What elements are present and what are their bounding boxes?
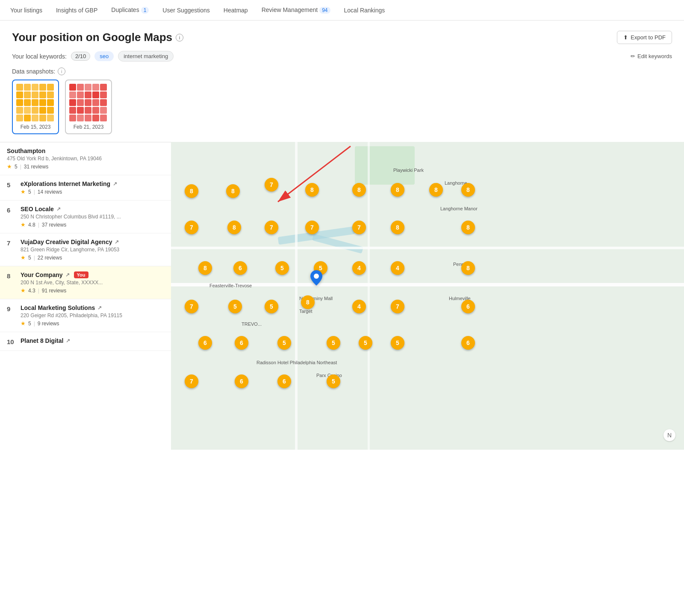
map-pin[interactable]: 4 [391, 261, 404, 275]
map-pin[interactable]: 8 [301, 295, 315, 309]
listing-item[interactable]: 6SEO Locale↗250 N Christopher Columbus B… [0, 200, 171, 233]
listing-item[interactable]: 9Local Marketing Solutions↗220 Geiger Rd… [0, 299, 171, 332]
nav-item-local-rankings[interactable]: Local Rankings [344, 5, 385, 15]
listing-rating: 5 [15, 164, 18, 170]
snapshot-cell [100, 107, 107, 114]
nav-item-user-suggestions[interactable]: User Suggestions [162, 5, 210, 15]
nav-item-insights-of-gbp[interactable]: Insights of GBP [56, 5, 97, 15]
edit-keywords-button[interactable]: ✏ Edit keywords [631, 53, 672, 59]
road-major [171, 283, 684, 286]
map-label: Langhorne Manor [440, 206, 478, 211]
pencil-icon: ✏ [631, 53, 635, 59]
keywords-left: Your local keywords: 2/10 seo internet m… [12, 51, 174, 62]
map-pin[interactable]: 6 [235, 374, 248, 388]
map-pin[interactable]: 6 [198, 336, 212, 350]
snapshot-cell [32, 91, 38, 98]
nav-badge: 1 [141, 7, 149, 14]
map-pin[interactable]: 5 [228, 300, 242, 313]
map-pin[interactable]: 4 [352, 300, 366, 313]
map-area[interactable]: Playwicki ParkLanghorneLanghorne ManorFe… [171, 142, 684, 450]
map-pin[interactable]: 8 [198, 261, 212, 275]
map-pin[interactable]: 5 [265, 300, 278, 313]
listing-reviews: 37 reviews [42, 222, 66, 228]
snapshot-cell [24, 107, 31, 114]
listing-item[interactable]: 5eXplorations Internet Marketing↗★5|14 r… [0, 175, 171, 200]
map-pin[interactable]: 7 [305, 221, 319, 234]
map-pin[interactable]: 8 [305, 183, 319, 197]
map-pin[interactable]: 6 [233, 261, 247, 275]
external-link-icon[interactable]: ↗ [65, 272, 70, 278]
listing-rating: 5 [28, 255, 31, 261]
map-pin[interactable]: 4 [352, 261, 366, 275]
compass-icon[interactable]: N [663, 429, 675, 441]
star-icon: ★ [21, 221, 26, 228]
map-pin[interactable]: 7 [391, 300, 404, 313]
snapshot-cell [16, 107, 23, 114]
map-pin[interactable]: 5 [327, 374, 340, 388]
map-pin[interactable]: 8 [185, 184, 198, 198]
snapshot-cell [100, 99, 107, 106]
external-link-icon[interactable]: ↗ [113, 181, 117, 187]
snapshot-card-0[interactable]: Feb 15, 2023 [12, 80, 59, 134]
map-label: Target [299, 309, 313, 314]
listing-item[interactable]: 10Planet 8 Digital↗ [0, 332, 171, 351]
export-to-pdf-button[interactable]: ⬆ Export to PDF [617, 31, 672, 44]
keyword-chip-internet-marketing[interactable]: internet marketing [118, 51, 174, 62]
snapshot-card-1[interactable]: Feb 21, 2023 [65, 80, 112, 134]
page-title: Your position on Google Maps i [12, 31, 183, 44]
nav-item-review-management[interactable]: Review Management94 [262, 5, 330, 15]
map-pin[interactable]: 8 [461, 183, 475, 197]
map-pin[interactable]: 8 [429, 183, 443, 197]
map-pin[interactable]: 7 [265, 178, 278, 192]
map-pin[interactable]: 5 [327, 336, 340, 350]
nav-item-your-listings[interactable]: Your listings [10, 5, 42, 15]
map-pin[interactable]: 8 [226, 184, 240, 198]
map-pin[interactable]: 7 [352, 221, 366, 234]
map-pin[interactable]: 6 [277, 374, 291, 388]
map-pin[interactable]: 6 [235, 336, 248, 350]
snapshots-info-icon[interactable]: i [58, 68, 65, 75]
map-pin[interactable]: 8 [391, 221, 404, 234]
page-title-info-icon[interactable]: i [176, 34, 183, 41]
map-pin[interactable]: 8 [461, 221, 475, 234]
listing-item[interactable]: 7VujaDay Creative Digital Agency↗821 Gre… [0, 233, 171, 266]
nav-item-heatmap[interactable]: Heatmap [224, 5, 248, 15]
listing-meta: ★5|31 reviews [7, 163, 164, 170]
water-creek2 [312, 234, 363, 254]
keywords-label: Your local keywords: [12, 53, 67, 60]
listing-rank: 7 [7, 239, 15, 247]
map-pin[interactable]: 7 [185, 221, 198, 234]
snapshot-cell [85, 84, 91, 91]
map-pin[interactable]: 5 [277, 336, 291, 350]
map-pin[interactable]: 8 [227, 221, 241, 234]
external-link-icon[interactable]: ↗ [66, 338, 70, 344]
map-pin[interactable]: 8 [352, 183, 366, 197]
map-pin[interactable]: 5 [359, 336, 372, 350]
listing-item[interactable]: 8Your Company↗You200 N 1st Ave, City, St… [0, 266, 171, 299]
map-pin[interactable]: 6 [461, 336, 475, 350]
listing-item[interactable]: Southampton475 Old York Rd b, Jenkintown… [0, 142, 171, 175]
listing-meta: ★5|22 reviews [21, 254, 164, 261]
map-pin[interactable]: 5 [391, 336, 404, 350]
external-link-icon[interactable]: ↗ [97, 305, 102, 311]
map-pin[interactable]: 7 [185, 300, 198, 313]
keyword-chip-seo[interactable]: seo [94, 51, 114, 61]
location-marker[interactable] [310, 270, 322, 287]
map-pin[interactable]: 8 [391, 183, 404, 197]
external-link-icon[interactable]: ↗ [115, 239, 119, 245]
snapshot-cell [77, 84, 84, 91]
snapshot-grid-1 [69, 84, 107, 121]
snapshot-cell [85, 99, 91, 106]
external-link-icon[interactable]: ↗ [56, 206, 61, 212]
listing-rank: 10 [7, 338, 15, 345]
listing-rating: 5 [28, 321, 31, 327]
map-pin[interactable]: 6 [461, 300, 475, 313]
map-pin[interactable]: 7 [185, 374, 198, 388]
nav-item-duplicates[interactable]: Duplicates1 [111, 5, 149, 15]
map-pin[interactable]: 5 [275, 261, 289, 275]
snapshot-cell [85, 107, 91, 114]
snapshot-cell [39, 107, 46, 114]
map-listing-area: Southampton475 Old York Rd b, Jenkintown… [0, 142, 684, 450]
map-pin[interactable]: 8 [461, 261, 475, 275]
map-pin[interactable]: 7 [265, 221, 278, 234]
